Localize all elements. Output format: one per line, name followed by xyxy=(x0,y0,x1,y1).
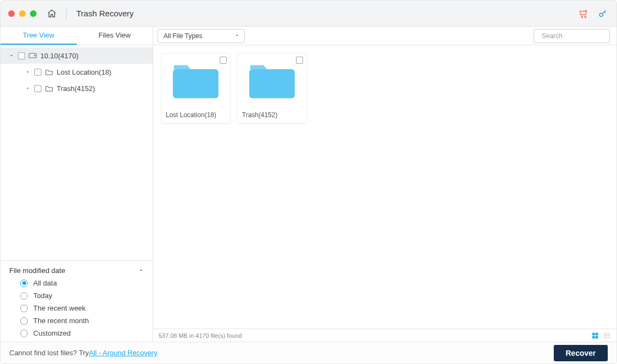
search-input[interactable] xyxy=(542,32,617,40)
view-toggle xyxy=(591,332,611,339)
radio-label: The recent month xyxy=(33,317,89,325)
radio-label: The recent week xyxy=(33,304,86,312)
radio-icon xyxy=(20,305,28,312)
tree-row-label: 10.10(4170) xyxy=(40,52,78,60)
status-text: 537.08 MB in 4170 file(s) found xyxy=(159,332,242,339)
radio-label: Customized xyxy=(33,329,71,337)
date-filter-option-week[interactable]: The recent week xyxy=(20,304,144,312)
svg-point-5 xyxy=(34,55,35,56)
content-area: Lost Location(18) Trash(4152) 537.08 MB … xyxy=(153,45,616,342)
minimize-window-button[interactable] xyxy=(19,10,26,17)
toolbar: Tree View Files View All File Types xyxy=(1,27,616,45)
close-window-button[interactable] xyxy=(8,10,15,17)
date-filter-option-custom[interactable]: Customized xyxy=(20,329,144,337)
radio-icon xyxy=(20,280,28,287)
svg-rect-7 xyxy=(249,69,295,98)
radio-label: All data xyxy=(33,279,57,287)
radio-icon xyxy=(20,317,28,325)
svg-rect-10 xyxy=(592,336,595,338)
svg-rect-12 xyxy=(604,333,606,334)
file-type-select-label: All File Types xyxy=(164,32,202,40)
sidebar: 10.10(4170) Lost Location(18) xyxy=(1,45,153,342)
radio-icon xyxy=(20,292,28,300)
svg-rect-13 xyxy=(606,333,610,333)
date-filter-title: File modified date xyxy=(9,266,65,275)
folder-icon xyxy=(45,84,53,92)
svg-rect-14 xyxy=(604,335,606,336)
view-tabs: Tree View Files View xyxy=(1,27,153,45)
tile-label: Trash(4152) xyxy=(238,108,306,123)
tree-root-row[interactable]: 10.10(4170) xyxy=(1,47,153,64)
folder-tile[interactable]: Lost Location(18) xyxy=(161,53,231,124)
file-grid: Lost Location(18) Trash(4152) xyxy=(153,45,616,329)
folder-tile[interactable]: Trash(4152) xyxy=(237,53,307,124)
main-area: 10.10(4170) Lost Location(18) xyxy=(1,45,616,342)
tree-checkbox[interactable] xyxy=(34,85,41,92)
tree-child-row[interactable]: Lost Location(18) xyxy=(1,64,153,80)
recover-button[interactable]: Recover xyxy=(554,345,608,361)
radio-icon xyxy=(20,330,28,337)
chevron-right-icon[interactable] xyxy=(25,86,31,91)
svg-rect-17 xyxy=(606,337,610,337)
key-icon xyxy=(598,9,608,19)
date-filter-option-all[interactable]: All data xyxy=(20,279,144,287)
svg-rect-15 xyxy=(606,335,610,336)
date-filter-header[interactable]: File modified date xyxy=(9,266,144,275)
svg-rect-8 xyxy=(592,332,595,335)
radio-label: Today xyxy=(33,292,52,300)
file-tree: 10.10(4170) Lost Location(18) xyxy=(1,45,153,260)
date-filter-panel: File modified date All data Today The re… xyxy=(1,260,153,342)
tree-row-label: Lost Location(18) xyxy=(57,68,111,76)
window-controls xyxy=(8,10,37,17)
home-button[interactable] xyxy=(45,7,58,20)
tab-files-view[interactable]: Files View xyxy=(77,27,153,45)
list-icon xyxy=(603,332,611,339)
tree-checkbox[interactable] xyxy=(18,52,25,59)
svg-point-1 xyxy=(585,16,586,17)
date-filter-options: All data Today The recent week The recen… xyxy=(9,279,144,337)
folder-icon xyxy=(45,68,53,76)
chevron-down-icon[interactable] xyxy=(8,53,15,58)
status-bar: 537.08 MB in 4170 file(s) found xyxy=(153,329,616,342)
search-box[interactable] xyxy=(534,29,610,43)
date-filter-option-today[interactable]: Today xyxy=(20,292,144,300)
maximize-window-button[interactable] xyxy=(30,10,37,17)
page-title: Trash Recovery xyxy=(76,9,134,18)
cart-button[interactable] xyxy=(577,8,589,20)
chevron-down-icon xyxy=(138,266,144,275)
date-filter-option-month[interactable]: The recent month xyxy=(20,317,144,325)
tab-tree-view[interactable]: Tree View xyxy=(1,27,77,45)
svg-rect-16 xyxy=(604,337,606,338)
key-button[interactable] xyxy=(597,8,609,20)
home-icon xyxy=(47,9,57,19)
titlebar: Trash Recovery xyxy=(1,1,616,27)
file-type-select[interactable]: All File Types xyxy=(158,29,245,43)
drive-icon xyxy=(28,52,37,59)
svg-rect-11 xyxy=(596,336,598,338)
svg-rect-6 xyxy=(173,69,219,98)
grid-view-button[interactable] xyxy=(591,332,599,339)
list-view-button[interactable] xyxy=(603,332,611,339)
title-separator xyxy=(66,8,66,19)
tree-row-label: Trash(4152) xyxy=(57,84,95,93)
grid-icon xyxy=(591,332,599,339)
chevron-right-icon[interactable] xyxy=(25,69,31,75)
tree-checkbox[interactable] xyxy=(34,69,41,76)
all-around-recovery-link[interactable]: All - Around Recovery xyxy=(89,349,158,357)
svg-point-0 xyxy=(582,16,583,17)
cart-icon xyxy=(578,9,588,19)
tile-checkbox[interactable] xyxy=(296,57,303,64)
footer-prompt: Cannot find lost files? Try xyxy=(9,349,89,357)
svg-rect-9 xyxy=(596,332,598,335)
tile-label: Lost Location(18) xyxy=(161,108,230,123)
footer: Cannot find lost files? Try All - Around… xyxy=(1,342,616,363)
svg-point-2 xyxy=(600,13,603,16)
tile-checkbox[interactable] xyxy=(220,57,227,64)
tree-child-row[interactable]: Trash(4152) xyxy=(1,80,153,96)
chevron-down-icon xyxy=(234,32,240,40)
